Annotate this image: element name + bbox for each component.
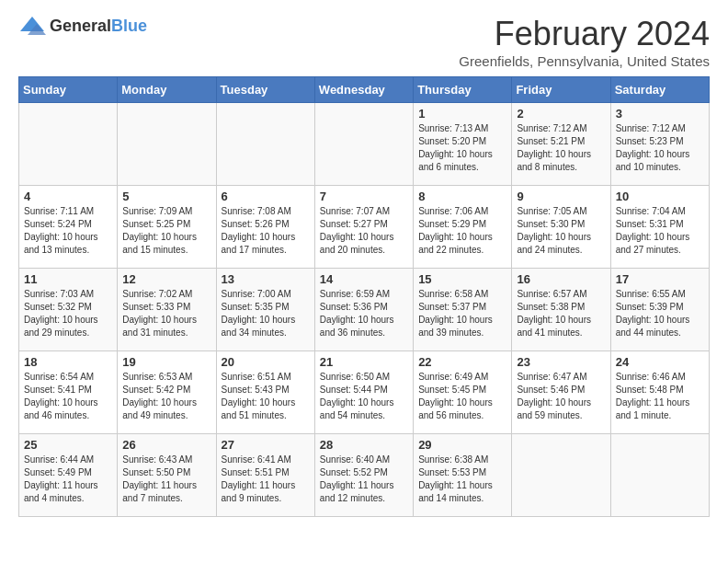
day-number: 29 [418, 438, 506, 452]
day-number: 25 [24, 438, 112, 452]
calendar-cell: 17Sunrise: 6:55 AM Sunset: 5:39 PM Dayli… [610, 269, 709, 351]
calendar-cell [512, 434, 610, 517]
calendar-cell: 7Sunrise: 7:07 AM Sunset: 5:27 PM Daylig… [314, 186, 413, 269]
day-info: Sunrise: 7:11 AM Sunset: 5:24 PM Dayligh… [24, 205, 112, 257]
day-number: 16 [517, 272, 605, 286]
day-info: Sunrise: 6:59 AM Sunset: 5:36 PM Dayligh… [320, 288, 408, 339]
day-info: Sunrise: 6:41 AM Sunset: 5:51 PM Dayligh… [222, 454, 310, 505]
calendar-header-saturday: Saturday [610, 77, 709, 103]
day-info: Sunrise: 7:13 AM Sunset: 5:20 PM Dayligh… [418, 122, 506, 174]
day-info: Sunrise: 6:46 AM Sunset: 5:48 PM Dayligh… [616, 371, 704, 422]
calendar-cell [314, 103, 413, 186]
calendar-cell: 24Sunrise: 6:46 AM Sunset: 5:48 PM Dayli… [610, 351, 709, 434]
day-info: Sunrise: 6:55 AM Sunset: 5:39 PM Dayligh… [616, 288, 704, 339]
day-info: Sunrise: 6:53 AM Sunset: 5:42 PM Dayligh… [122, 371, 210, 422]
logo-blue: Blue [111, 17, 147, 35]
day-number: 14 [320, 272, 408, 286]
day-info: Sunrise: 7:09 AM Sunset: 5:25 PM Dayligh… [122, 205, 210, 257]
day-number: 5 [122, 190, 210, 203]
calendar-header-monday: Monday [118, 77, 216, 103]
calendar-cell: 26Sunrise: 6:43 AM Sunset: 5:50 PM Dayli… [118, 434, 216, 517]
day-info: Sunrise: 6:57 AM Sunset: 5:38 PM Dayligh… [517, 288, 605, 339]
day-number: 27 [222, 438, 310, 452]
calendar-cell: 21Sunrise: 6:50 AM Sunset: 5:44 PM Dayli… [314, 351, 413, 434]
day-info: Sunrise: 6:51 AM Sunset: 5:43 PM Dayligh… [222, 371, 310, 422]
day-info: Sunrise: 6:58 AM Sunset: 5:37 PM Dayligh… [418, 288, 506, 339]
day-number: 8 [418, 190, 506, 203]
day-info: Sunrise: 7:12 AM Sunset: 5:21 PM Dayligh… [517, 122, 605, 174]
calendar-cell [610, 434, 709, 517]
day-number: 2 [517, 107, 605, 121]
day-number: 19 [122, 355, 210, 369]
calendar-cell: 15Sunrise: 6:58 AM Sunset: 5:37 PM Dayli… [414, 269, 512, 351]
calendar-cell: 29Sunrise: 6:38 AM Sunset: 5:53 PM Dayli… [414, 434, 512, 517]
calendar-cell: 2Sunrise: 7:12 AM Sunset: 5:21 PM Daylig… [512, 103, 610, 186]
calendar-cell: 22Sunrise: 6:49 AM Sunset: 5:45 PM Dayli… [414, 351, 512, 434]
day-info: Sunrise: 7:03 AM Sunset: 5:32 PM Dayligh… [24, 288, 112, 339]
day-number: 4 [24, 190, 112, 203]
day-number: 24 [616, 355, 704, 369]
calendar-week-row: 4Sunrise: 7:11 AM Sunset: 5:24 PM Daylig… [19, 186, 710, 269]
day-number: 17 [616, 272, 704, 286]
day-number: 15 [418, 272, 506, 286]
main-title: February 2024 [459, 15, 710, 53]
calendar-cell: 25Sunrise: 6:44 AM Sunset: 5:49 PM Dayli… [19, 434, 118, 517]
calendar-header-sunday: Sunday [19, 77, 118, 103]
logo: GeneralBlue [18, 15, 147, 37]
calendar-cell: 28Sunrise: 6:40 AM Sunset: 5:52 PM Dayli… [314, 434, 413, 517]
day-info: Sunrise: 6:54 AM Sunset: 5:41 PM Dayligh… [24, 371, 112, 422]
day-info: Sunrise: 6:47 AM Sunset: 5:46 PM Dayligh… [517, 371, 605, 422]
day-info: Sunrise: 7:02 AM Sunset: 5:33 PM Dayligh… [122, 288, 210, 339]
day-number: 11 [24, 272, 112, 286]
day-number: 13 [222, 272, 310, 286]
calendar-cell: 10Sunrise: 7:04 AM Sunset: 5:31 PM Dayli… [610, 186, 709, 269]
day-number: 3 [616, 107, 704, 121]
calendar-cell: 16Sunrise: 6:57 AM Sunset: 5:38 PM Dayli… [512, 269, 610, 351]
day-info: Sunrise: 7:04 AM Sunset: 5:31 PM Dayligh… [616, 205, 704, 257]
calendar-cell: 3Sunrise: 7:12 AM Sunset: 5:23 PM Daylig… [610, 103, 709, 186]
day-number: 6 [222, 190, 310, 203]
calendar-cell [19, 103, 118, 186]
calendar-cell: 9Sunrise: 7:05 AM Sunset: 5:30 PM Daylig… [512, 186, 610, 269]
day-number: 28 [320, 438, 408, 452]
day-info: Sunrise: 6:49 AM Sunset: 5:45 PM Dayligh… [418, 371, 506, 422]
calendar-cell: 23Sunrise: 6:47 AM Sunset: 5:46 PM Dayli… [512, 351, 610, 434]
calendar-cell: 20Sunrise: 6:51 AM Sunset: 5:43 PM Dayli… [216, 351, 314, 434]
calendar-cell: 27Sunrise: 6:41 AM Sunset: 5:51 PM Dayli… [216, 434, 314, 517]
calendar-header-row: SundayMondayTuesdayWednesdayThursdayFrid… [19, 77, 710, 103]
day-info: Sunrise: 7:05 AM Sunset: 5:30 PM Dayligh… [517, 205, 605, 257]
calendar-week-row: 1Sunrise: 7:13 AM Sunset: 5:20 PM Daylig… [19, 103, 710, 186]
calendar-header-friday: Friday [512, 77, 610, 103]
day-number: 21 [320, 355, 408, 369]
day-info: Sunrise: 6:40 AM Sunset: 5:52 PM Dayligh… [320, 454, 408, 505]
day-info: Sunrise: 7:06 AM Sunset: 5:29 PM Dayligh… [418, 205, 506, 257]
day-info: Sunrise: 6:44 AM Sunset: 5:49 PM Dayligh… [24, 454, 112, 505]
logo-icon [18, 15, 46, 37]
day-info: Sunrise: 7:08 AM Sunset: 5:26 PM Dayligh… [222, 205, 310, 257]
day-number: 18 [24, 355, 112, 369]
calendar-cell: 19Sunrise: 6:53 AM Sunset: 5:42 PM Dayli… [118, 351, 216, 434]
calendar-cell [118, 103, 216, 186]
calendar-cell: 1Sunrise: 7:13 AM Sunset: 5:20 PM Daylig… [414, 103, 512, 186]
header: GeneralBlue February 2024 Greenfields, P… [18, 15, 710, 69]
calendar-week-row: 18Sunrise: 6:54 AM Sunset: 5:41 PM Dayli… [19, 351, 710, 434]
day-number: 1 [418, 107, 506, 121]
subtitle: Greenfields, Pennsylvania, United States [459, 53, 710, 69]
day-number: 12 [122, 272, 210, 286]
calendar-cell: 6Sunrise: 7:08 AM Sunset: 5:26 PM Daylig… [216, 186, 314, 269]
day-number: 23 [517, 355, 605, 369]
calendar: SundayMondayTuesdayWednesdayThursdayFrid… [18, 76, 710, 517]
calendar-cell: 11Sunrise: 7:03 AM Sunset: 5:32 PM Dayli… [19, 269, 118, 351]
day-number: 9 [517, 190, 605, 203]
day-info: Sunrise: 6:50 AM Sunset: 5:44 PM Dayligh… [320, 371, 408, 422]
calendar-cell: 4Sunrise: 7:11 AM Sunset: 5:24 PM Daylig… [19, 186, 118, 269]
calendar-header-tuesday: Tuesday [216, 77, 314, 103]
calendar-cell: 12Sunrise: 7:02 AM Sunset: 5:33 PM Dayli… [118, 269, 216, 351]
calendar-cell: 8Sunrise: 7:06 AM Sunset: 5:29 PM Daylig… [414, 186, 512, 269]
calendar-cell: 5Sunrise: 7:09 AM Sunset: 5:25 PM Daylig… [118, 186, 216, 269]
day-info: Sunrise: 7:12 AM Sunset: 5:23 PM Dayligh… [616, 122, 704, 174]
day-number: 7 [320, 190, 408, 203]
day-number: 22 [418, 355, 506, 369]
calendar-cell: 14Sunrise: 6:59 AM Sunset: 5:36 PM Dayli… [314, 269, 413, 351]
calendar-cell: 13Sunrise: 7:00 AM Sunset: 5:35 PM Dayli… [216, 269, 314, 351]
